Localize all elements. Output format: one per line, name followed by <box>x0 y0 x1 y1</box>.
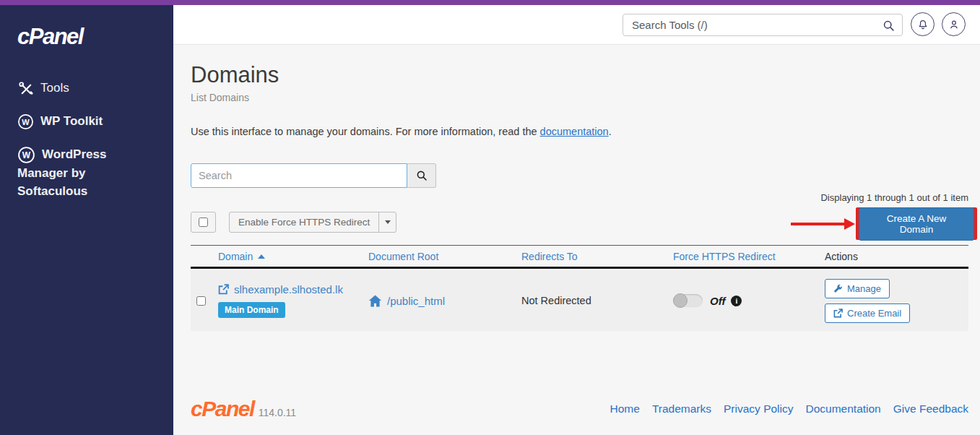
user-icon <box>948 19 960 30</box>
bulk-action-label: Enable Force HTTPS Redirect <box>230 212 378 232</box>
footer-brand: cPanel 114.0.11 <box>191 397 296 421</box>
footer-link-trademarks[interactable]: Trademarks <box>652 402 711 415</box>
page-subtitle: List Domains <box>191 92 249 103</box>
header-label: Force HTTPS Redirect <box>673 251 776 262</box>
documentation-link[interactable]: documentation <box>540 126 609 137</box>
domain-cell: slhexample.slhosted.lk Main Domain <box>212 270 363 331</box>
column-header-domain[interactable]: Domain <box>212 251 363 262</box>
list-search-row <box>191 163 436 188</box>
search-icon[interactable] <box>883 20 895 32</box>
select-all-checkbox[interactable] <box>199 218 208 227</box>
description-text: Use this interface to manage your domain… <box>191 126 540 137</box>
domain-link[interactable]: slhexample.slhosted.lk <box>218 283 343 296</box>
version-label: 114.0.11 <box>259 407 296 418</box>
domains-table: Domain Document Root Redirects To Force … <box>191 245 968 331</box>
select-all-checkbox-button[interactable] <box>191 212 216 233</box>
topbar <box>173 5 980 45</box>
info-icon[interactable]: i <box>731 296 742 306</box>
external-link-icon <box>218 284 229 295</box>
document-root-cell: /public_html <box>363 270 516 331</box>
sidebar-nav: Tools W WP Toolkit W WordPress Manager b… <box>0 79 173 200</box>
header-label: Redirects To <box>521 251 578 262</box>
document-root-path: /public_html <box>387 295 445 307</box>
table-row: slhexample.slhosted.lk Main Domain /publ… <box>191 270 968 331</box>
domain-search-button[interactable] <box>407 163 436 188</box>
action-label: Create Email <box>847 308 901 319</box>
domain-search-input[interactable] <box>191 163 407 188</box>
footer-link-documentation[interactable]: Documentation <box>805 402 880 415</box>
sidebar: cPanel Tools W WP Toolkit <box>0 5 173 435</box>
row-checkbox[interactable] <box>196 296 206 306</box>
svg-text:W: W <box>22 150 31 160</box>
annotation-arrow-line <box>791 223 844 225</box>
page-description: Use this interface to manage your domain… <box>191 126 612 137</box>
document-root-link[interactable]: /public_html <box>368 295 445 307</box>
header-label: Domain <box>218 251 253 262</box>
sidebar-item-wp-manager[interactable]: W WordPress Manager by Softaculous <box>0 145 173 200</box>
toggle-knob <box>673 293 688 308</box>
create-new-domain-button[interactable]: Create A New Domain <box>859 207 974 241</box>
header-label: Actions <box>825 251 858 262</box>
footer: cPanel 114.0.11 Home Trademarks Privacy … <box>191 397 968 421</box>
column-header-actions: Actions <box>819 251 968 262</box>
notifications-button[interactable] <box>911 12 935 36</box>
dropdown-caret-section[interactable] <box>378 212 396 232</box>
create-email-button[interactable]: Create Email <box>825 303 910 323</box>
column-header-redirects-to[interactable]: Redirects To <box>516 251 667 262</box>
actions-cell: Manage Create Email <box>819 270 968 331</box>
wrench-icon <box>833 284 843 293</box>
tools-icon <box>17 80 34 97</box>
table-header-row: Domain Document Root Redirects To Force … <box>191 245 968 269</box>
action-label: Manage <box>847 283 881 294</box>
wordpress-icon: W <box>17 113 34 130</box>
domain-name: slhexample.slhosted.lk <box>234 283 343 296</box>
annotation-box: Create A New Domain <box>856 207 977 240</box>
bulk-toolbar: Enable Force HTTPS Redirect <box>191 212 396 233</box>
description-period: . <box>609 126 612 137</box>
home-icon <box>368 295 382 307</box>
annotation-arrow-head <box>844 218 855 230</box>
cpanel-logo[interactable]: cPanel <box>17 24 173 50</box>
header-label: Document Root <box>368 251 438 262</box>
force-https-toggle[interactable] <box>673 294 703 307</box>
sidebar-item-tools[interactable]: Tools <box>0 79 173 97</box>
svg-text:W: W <box>22 118 30 126</box>
row-checkbox-cell <box>191 270 212 331</box>
search-icon <box>416 170 428 181</box>
force-https-cell: Off i <box>667 270 819 331</box>
toggle-state-label: Off <box>710 295 725 307</box>
page-title: Domains <box>191 62 279 88</box>
footer-link-privacy-policy[interactable]: Privacy Policy <box>724 402 793 415</box>
account-button[interactable] <box>942 12 966 36</box>
footer-link-give-feedback[interactable]: Give Feedback <box>893 402 968 415</box>
wordpress-icon: W <box>17 146 35 164</box>
sidebar-item-label: WP Toolkit <box>40 114 103 128</box>
sidebar-item-label: Tools <box>40 81 69 95</box>
footer-links: Home Trademarks Privacy Policy Documenta… <box>610 402 968 415</box>
sidebar-item-wp-toolkit[interactable]: W WP Toolkit <box>0 112 173 130</box>
sort-ascending-icon <box>258 254 265 259</box>
pagination-status: Displaying 1 through 1 out of 1 item <box>820 192 968 203</box>
column-header-force-https[interactable]: Force HTTPS Redirect <box>667 251 819 262</box>
column-header-document-root[interactable]: Document Root <box>363 251 516 262</box>
redirects-to-cell: Not Redirected <box>516 270 667 331</box>
chevron-down-icon <box>385 220 391 224</box>
footer-link-home[interactable]: Home <box>610 402 640 415</box>
bell-icon <box>917 19 929 30</box>
cpanel-footer-logo[interactable]: cPanel <box>191 397 254 421</box>
bulk-action-dropdown[interactable]: Enable Force HTTPS Redirect <box>229 212 396 233</box>
search-tools-input[interactable] <box>623 14 903 36</box>
top-accent-bar <box>0 0 980 5</box>
redirects-to-value: Not Redirected <box>521 295 591 306</box>
manage-button[interactable]: Manage <box>825 279 890 298</box>
main-domain-badge: Main Domain <box>218 302 285 318</box>
external-link-icon <box>833 309 843 318</box>
main-content: Domains List Domains Use this interface … <box>173 45 980 435</box>
